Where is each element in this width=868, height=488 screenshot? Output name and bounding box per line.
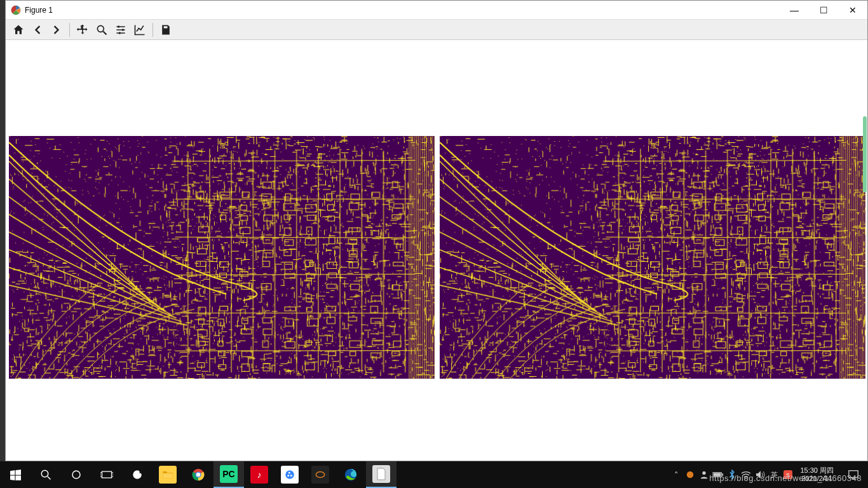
svg-text:S: S <box>786 472 790 478</box>
subplot-left[interactable] <box>8 135 435 379</box>
subplot-row <box>8 135 866 379</box>
search-icon <box>40 469 51 480</box>
svg-rect-21 <box>722 473 724 476</box>
figure-window: Figure 1 — ☐ ✕ <box>5 0 868 461</box>
svg-point-8 <box>72 471 80 478</box>
taskbar-app-explorer[interactable] <box>153 461 183 488</box>
search-button[interactable] <box>31 461 61 488</box>
notifications-button[interactable] <box>839 461 868 488</box>
svg-rect-9 <box>102 471 112 478</box>
svg-point-6 <box>41 470 48 477</box>
maximize-button[interactable]: ☐ <box>809 1 838 20</box>
pycharm-icon: PC <box>220 465 238 483</box>
taskview-icon <box>100 470 113 480</box>
zoom-button[interactable] <box>93 22 111 38</box>
folder-icon <box>159 466 177 484</box>
taskbar-app-pycharm[interactable]: PC <box>214 461 244 488</box>
svg-rect-26 <box>849 471 858 478</box>
tray-people-icon[interactable] <box>697 461 711 488</box>
start-button[interactable] <box>0 461 31 488</box>
svg-point-23 <box>745 478 747 479</box>
close-button[interactable]: ✕ <box>838 1 867 20</box>
maximize-icon: ☐ <box>820 5 828 15</box>
taskbar-clock[interactable]: 15:30 周四 2021/2/11 <box>795 466 839 483</box>
tray-bluetooth-icon[interactable] <box>725 461 739 488</box>
chrome-icon <box>191 468 205 482</box>
svg-rect-22 <box>714 473 721 476</box>
pan-button[interactable] <box>74 22 92 38</box>
edit-axis-button[interactable] <box>131 22 149 38</box>
clock-time: 15:30 <box>800 466 818 474</box>
tray-sogou-icon[interactable]: S <box>781 461 795 488</box>
chart-line-icon <box>133 24 146 36</box>
sliders-icon <box>114 24 127 36</box>
svg-point-3 <box>118 25 119 27</box>
svg-line-7 <box>48 477 51 480</box>
taskbar-app-edge[interactable] <box>336 461 366 488</box>
save-icon <box>159 24 172 36</box>
svg-point-16 <box>316 472 325 478</box>
tray-wifi-icon[interactable] <box>739 461 753 488</box>
tray-chevron-up-icon[interactable]: ˄ <box>669 461 683 488</box>
svg-point-19 <box>703 471 706 475</box>
separator <box>153 23 153 37</box>
tray-battery-icon[interactable] <box>711 461 725 488</box>
taskbar-app-copilot[interactable] <box>122 461 153 488</box>
configure-button[interactable] <box>112 22 130 38</box>
svg-point-1 <box>97 25 104 32</box>
tray-app-icon[interactable] <box>683 461 697 488</box>
svg-rect-10 <box>100 473 102 477</box>
scrollbar-thumb[interactable] <box>863 116 867 193</box>
svg-point-4 <box>122 29 124 30</box>
taskbar-app-document[interactable] <box>366 461 397 488</box>
system-tray: ˄ 英 S 15:30 周四 2021/2/11 <box>669 461 868 488</box>
separator <box>69 23 70 37</box>
clock-date: 2021/2/11 <box>801 475 832 483</box>
browser-left-edge <box>0 0 5 461</box>
taskview-button[interactable] <box>92 461 122 488</box>
document-icon <box>372 465 390 483</box>
matplotlib-toolbar <box>6 20 867 40</box>
arrow-left-icon <box>31 24 44 36</box>
figure-canvas[interactable] <box>6 40 867 461</box>
terminal-icon <box>311 466 329 484</box>
taskbar-app-chrome[interactable] <box>183 461 214 488</box>
svg-point-15 <box>285 470 294 479</box>
taskbar-app-terminal[interactable] <box>305 461 336 488</box>
home-button[interactable] <box>10 22 27 38</box>
tray-volume-icon[interactable] <box>753 461 767 488</box>
back-button[interactable] <box>29 22 46 38</box>
minimize-button[interactable]: — <box>780 1 809 20</box>
svg-line-2 <box>104 31 107 34</box>
svg-point-18 <box>687 471 694 478</box>
minimize-icon: — <box>790 5 799 15</box>
taskbar-app-netease[interactable]: ♪ <box>244 461 275 488</box>
swirl-icon <box>132 469 143 480</box>
svg-point-5 <box>119 32 121 34</box>
save-button[interactable] <box>157 22 175 38</box>
windows-icon <box>10 470 21 480</box>
subplot-right[interactable] <box>439 135 866 379</box>
close-icon: ✕ <box>849 5 857 15</box>
circle-icon <box>71 469 82 480</box>
arrow-right-icon <box>50 24 63 36</box>
titlebar[interactable]: Figure 1 — ☐ ✕ <box>6 1 867 20</box>
tray-ime-icon[interactable]: 英 <box>767 461 781 488</box>
notification-icon <box>848 469 859 480</box>
music-icon: ♪ <box>250 466 268 484</box>
cortana-button[interactable] <box>61 461 92 488</box>
baidu-icon <box>281 466 299 484</box>
window-title: Figure 1 <box>25 6 53 15</box>
taskbar-app-baidu[interactable] <box>275 461 305 488</box>
svg-point-14 <box>196 473 200 477</box>
home-icon <box>12 24 25 36</box>
zoom-icon <box>95 24 108 36</box>
forward-button[interactable] <box>48 22 65 38</box>
edge-icon <box>344 468 358 482</box>
matplotlib-icon <box>11 5 21 15</box>
windows-taskbar[interactable]: PC ♪ ˄ 英 S 15:30 周四 2021/2/11 https://bl… <box>0 461 868 488</box>
clock-day: 周四 <box>820 466 834 474</box>
move-icon <box>76 24 89 36</box>
svg-rect-11 <box>112 473 114 477</box>
